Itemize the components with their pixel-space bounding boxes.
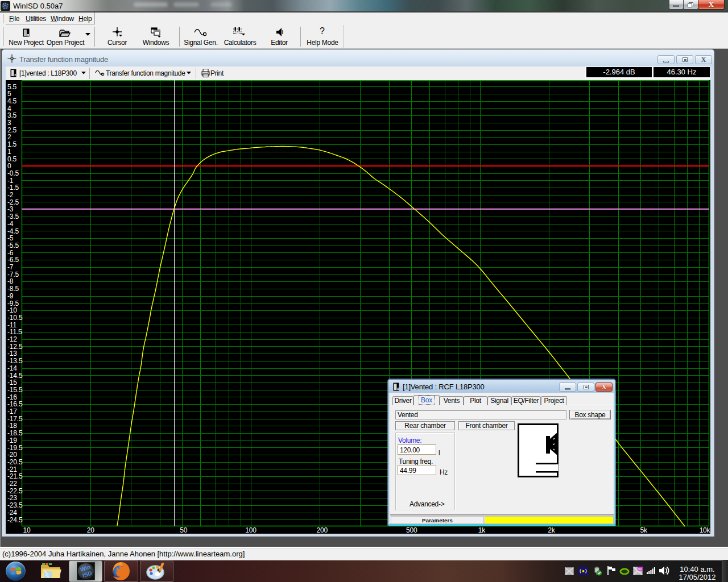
svg-text:50: 50 [180,526,187,534]
svg-text:-24.5: -24.5 [7,516,23,524]
svg-text:2k: 2k [548,526,555,534]
svg-text:5k: 5k [640,526,648,534]
svg-text:20: 20 [87,526,94,534]
svg-text:60: 60 [638,567,642,571]
svg-text:200: 200 [317,526,328,534]
svg-text:10k: 10k [700,526,710,534]
svg-text:100: 100 [245,526,257,534]
svg-text:500: 500 [406,526,417,534]
svg-text:10: 10 [23,526,31,534]
svg-text:1k: 1k [478,526,486,534]
